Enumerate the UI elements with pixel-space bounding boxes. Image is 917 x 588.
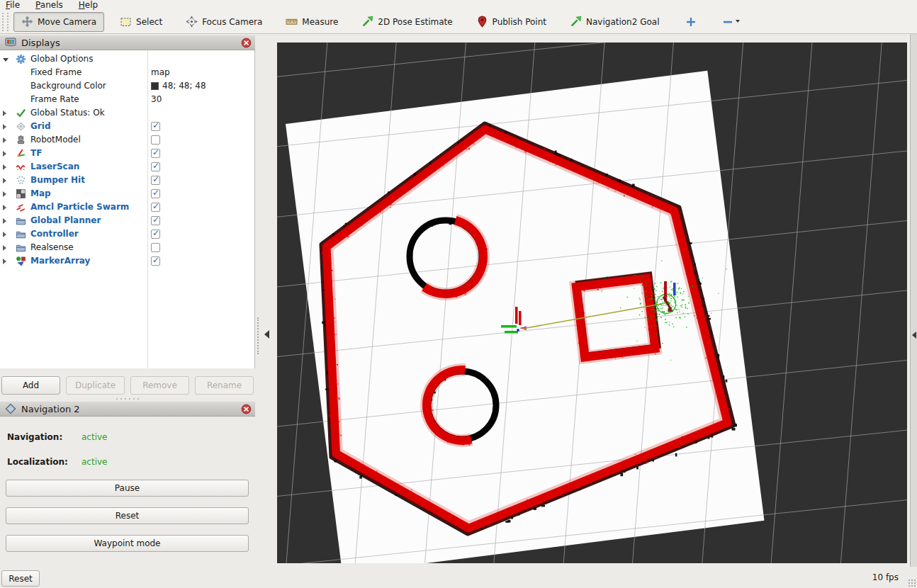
display-row-global-planner[interactable]: Global Planner (0, 214, 254, 227)
display-row-controller[interactable]: Controller (0, 227, 254, 241)
display-label: MarkerArray (30, 256, 90, 266)
displays-tree: Global Options Fixed Frame map Backgroun… (0, 50, 255, 368)
display-label: Amcl Particle Swarm (30, 202, 129, 213)
grid-icon (16, 121, 26, 132)
expander-icon[interactable] (3, 218, 6, 224)
nav-status-label: Navigation: (7, 432, 62, 442)
nav-status-value: active (81, 457, 107, 467)
check-icon (16, 108, 26, 118)
waypoint-mode-button[interactable]: Waypoint mode (6, 535, 249, 552)
property-value[interactable]: 48; 48; 48 (162, 81, 206, 91)
tool-2d-pose-estimate[interactable]: 2D Pose Estimate (354, 12, 460, 32)
add-tool-button[interactable] (681, 10, 701, 34)
render-view[interactable] (277, 43, 907, 563)
panel-splitter-handle[interactable] (0, 396, 255, 401)
expander-icon[interactable] (3, 232, 6, 237)
add-button[interactable]: Add (1, 376, 60, 395)
nav-status-value: active (81, 432, 107, 442)
resize-grip[interactable] (908, 579, 916, 587)
collapse-right-arrow-icon[interactable] (912, 332, 916, 339)
tool-select[interactable]: Select (112, 12, 170, 32)
expander-icon[interactable] (3, 151, 6, 157)
remove-tool-button[interactable] (718, 10, 744, 34)
expander-icon[interactable] (3, 111, 6, 116)
reset-button[interactable]: Reset (6, 507, 249, 524)
display-row-global-options[interactable]: Global Options (0, 52, 254, 66)
pause-button[interactable]: Pause (6, 480, 249, 497)
expander-icon[interactable] (3, 245, 6, 251)
fps-label: 10 fps (872, 572, 899, 582)
menu-item-file[interactable]: File (6, 0, 20, 10)
menu-item-help[interactable]: Help (79, 0, 98, 10)
display-row-markerarray[interactable]: MarkerArray (0, 254, 254, 268)
enabled-checkbox[interactable] (151, 256, 160, 266)
rename-button: Rename (195, 376, 254, 395)
right-strip[interactable] (910, 34, 917, 567)
display-row-frame-rate[interactable]: Frame Rate 30 (0, 93, 254, 106)
left-view-splitter[interactable] (255, 34, 277, 567)
display-label: Frame Rate (30, 94, 79, 105)
bottom-bar: Reset 10 fps (0, 567, 917, 588)
expander-icon[interactable] (3, 58, 9, 62)
navigation2-icon (5, 403, 16, 414)
enabled-checkbox[interactable] (151, 135, 160, 145)
folder-icon (16, 229, 26, 239)
tool-navigation2-goal[interactable]: Navigation2 Goal (562, 12, 668, 32)
tool-publish-point[interactable]: Publish Point (468, 12, 554, 32)
enabled-checkbox[interactable] (151, 149, 160, 158)
toolbar-drag-handle[interactable] (2, 13, 9, 31)
display-label: Map (30, 188, 51, 199)
expander-icon[interactable] (3, 164, 6, 170)
menu-item-panels[interactable]: Panels (35, 0, 63, 10)
tf-icon (16, 148, 26, 159)
expander-icon[interactable] (3, 205, 6, 210)
expander-icon[interactable] (3, 137, 6, 143)
time-reset-button[interactable]: Reset (1, 570, 40, 587)
display-row-realsense[interactable]: Realsense (0, 241, 254, 254)
property-value[interactable]: map (151, 67, 170, 78)
pin-icon (476, 16, 488, 28)
display-row-global-status-ok[interactable]: Global Status: Ok (0, 106, 254, 120)
enabled-checkbox[interactable] (151, 162, 160, 171)
chevron-down-icon[interactable] (736, 20, 740, 23)
display-row-amcl-particle-swarm[interactable]: Amcl Particle Swarm (0, 200, 254, 214)
expander-icon[interactable] (3, 259, 6, 264)
minus-icon (722, 16, 733, 28)
navigation2-panel-header[interactable]: Navigation 2 (0, 401, 255, 417)
collapse-left-arrow-icon[interactable] (264, 330, 269, 339)
property-value[interactable]: 30 (151, 94, 162, 105)
display-row-fixed-frame[interactable]: Fixed Frame map (0, 66, 254, 79)
display-row-tf[interactable]: TF (0, 147, 254, 160)
splitter-dots[interactable] (257, 317, 261, 354)
enabled-checkbox[interactable] (151, 230, 160, 239)
enabled-checkbox[interactable] (151, 189, 160, 198)
displays-buttons-row: AddDuplicateRemoveRename (1, 376, 254, 395)
display-row-map[interactable]: Map (0, 187, 254, 200)
enabled-checkbox[interactable] (151, 122, 160, 131)
markerarray-icon (16, 256, 26, 266)
displays-panel-header[interactable]: Displays (0, 35, 255, 50)
enabled-checkbox[interactable] (151, 216, 160, 225)
display-label: TF (30, 148, 42, 159)
enabled-checkbox[interactable] (151, 243, 160, 252)
display-row-laserscan[interactable]: LaserScan (0, 160, 254, 174)
display-row-grid[interactable]: Grid (0, 120, 254, 133)
expander-icon[interactable] (3, 124, 6, 130)
expander-icon[interactable] (3, 178, 6, 183)
display-label: Global Status: Ok (30, 108, 105, 118)
right-panel-splitter[interactable] (907, 34, 917, 567)
enabled-checkbox[interactable] (151, 203, 160, 212)
green-arrow-icon (361, 16, 373, 28)
enabled-checkbox[interactable] (151, 176, 160, 185)
gear-icon (16, 54, 26, 64)
expander-icon[interactable] (3, 191, 6, 197)
display-row-bumper-hit[interactable]: Bumper Hit (0, 174, 254, 187)
displays-panel-title: Displays (21, 38, 60, 48)
close-icon[interactable] (241, 38, 252, 48)
tool-measure[interactable]: Measure (278, 12, 346, 32)
close-icon[interactable] (241, 404, 252, 414)
tool-move-camera[interactable]: Move Camera (13, 12, 104, 32)
display-row-robotmodel[interactable]: RobotModel (0, 133, 254, 147)
tool-focus-camera[interactable]: Focus Camera (178, 12, 270, 32)
display-row-background-color[interactable]: Background Color 48; 48; 48 (0, 79, 254, 93)
